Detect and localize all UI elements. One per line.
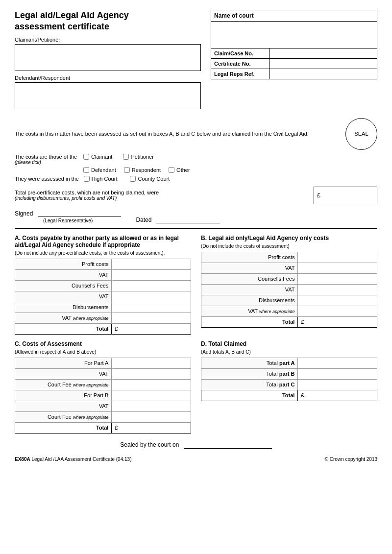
disbursements-value-a[interactable] <box>112 302 191 313</box>
table-row: VAT <box>15 401 191 411</box>
total-value-a[interactable]: £ <box>112 323 191 334</box>
total-row-c: Total £ <box>15 422 191 433</box>
disbursements-value-b[interactable] <box>298 295 377 306</box>
vat3-value-a[interactable] <box>112 313 191 323</box>
section-b-header: B. Legal aid only/Legal Aid Agency only … <box>201 235 377 241</box>
certificate-no-input[interactable] <box>270 59 377 69</box>
counsels-fees-value-b[interactable] <box>298 273 377 284</box>
for-part-b-value[interactable] <box>112 390 191 401</box>
total-value-c[interactable]: £ <box>112 422 191 433</box>
footer-ref: EX80A Legal Aid /LAA Assessment Certific… <box>15 457 131 462</box>
high-court-checkbox[interactable] <box>84 176 90 182</box>
total-label-c: Total <box>15 422 112 433</box>
vat3-value-b[interactable] <box>298 306 377 316</box>
pound-sign: £ <box>317 192 320 199</box>
signed-label: Signed <box>15 210 33 217</box>
total-part-a-label: Total part A <box>201 358 298 368</box>
vat3-label-a: VAT where appropriate <box>15 313 112 323</box>
vat1-label-c: VAT <box>15 368 112 379</box>
for-part-a-value[interactable] <box>112 358 191 368</box>
section-d-subtitle: (Add totals A, B and C) <box>201 349 377 355</box>
table-row: VAT <box>201 263 377 273</box>
other-checkbox[interactable] <box>169 167 174 173</box>
total-row-a: Total £ <box>15 323 191 334</box>
table-row: Counsel's Fees <box>15 280 191 291</box>
table-row: Profit costs <box>201 252 377 263</box>
dated-field[interactable] <box>156 216 220 223</box>
defendant-label: Defendant/Respondent <box>15 75 201 81</box>
legal-reps-ref-input[interactable] <box>270 69 377 79</box>
claim-case-no-input[interactable] <box>270 48 377 59</box>
dated-label: Dated <box>136 217 151 223</box>
vat2-value-b[interactable] <box>298 284 377 295</box>
for-part-b-label: For Part B <box>15 390 112 401</box>
total-part-b-value[interactable] <box>298 368 377 379</box>
section-c-table: For Part A VAT Court Fee where appropria… <box>15 358 191 434</box>
table-row: VAT where appropriate <box>15 313 191 323</box>
total-value-d[interactable]: £ <box>298 390 377 401</box>
total-value-b[interactable]: £ <box>298 316 377 327</box>
claimant-checkbox[interactable] <box>83 154 89 160</box>
table-row: VAT <box>201 284 377 295</box>
table-row: Total part C <box>201 379 377 390</box>
precert-label: Total pre-certificate costs, which are n… <box>15 190 314 195</box>
total-row-d: Total £ <box>201 390 377 401</box>
vat1-value-a[interactable] <box>112 269 191 280</box>
court-fee-b-value[interactable] <box>112 411 191 422</box>
vat1-label-b: VAT <box>201 263 298 273</box>
for-part-a-label: For Part A <box>15 358 112 368</box>
total-label-b: Total <box>201 316 298 327</box>
profit-costs-value-b[interactable] <box>298 252 377 263</box>
claim-case-no-label: Claim/Case No. <box>211 48 270 59</box>
vat1-value-c[interactable] <box>112 368 191 379</box>
vat3-label-b: VAT where appropriate <box>201 306 298 316</box>
table-row: Counsel's Fees <box>201 273 377 284</box>
court-fee-a-label: Court Fee where appropriate <box>15 379 112 390</box>
precert-amount[interactable]: £ <box>314 187 377 204</box>
sealed-text: Sealed by the court on <box>120 441 179 448</box>
court-fee-a-value[interactable] <box>112 379 191 390</box>
counsels-fees-label-b: Counsel's Fees <box>201 273 298 284</box>
total-part-c-label: Total part C <box>201 379 298 390</box>
vat2-value-c[interactable] <box>112 401 191 411</box>
vat1-value-b[interactable] <box>298 263 377 273</box>
table-row: Court Fee where appropriate <box>15 411 191 422</box>
total-label-d: Total <box>201 390 298 401</box>
claimant-checkbox-label: Claimant <box>91 154 112 160</box>
high-court-label: High Court <box>92 176 118 182</box>
signed-field[interactable] <box>38 209 121 217</box>
court-name-input[interactable] <box>211 22 377 48</box>
table-row: For Part A <box>15 358 191 368</box>
sealed-date-field[interactable] <box>184 441 272 449</box>
table-row: Disbursements <box>15 302 191 313</box>
defendant-checkbox[interactable] <box>83 167 89 173</box>
respondent-checkbox[interactable] <box>124 167 130 173</box>
total-part-a-value[interactable] <box>298 358 377 368</box>
section-c-header: C. Costs of Assessment <box>15 340 191 347</box>
profit-costs-label-a: Profit costs <box>15 259 112 269</box>
disbursements-label-b: Disbursements <box>201 295 298 306</box>
table-row: VAT where appropriate <box>201 306 377 316</box>
vat2-value-a[interactable] <box>112 291 191 302</box>
section-d-table: Total part A Total part B Total part C T… <box>201 358 377 401</box>
profit-costs-value-a[interactable] <box>112 259 191 269</box>
vat2-label-c: VAT <box>15 401 112 411</box>
county-court-label: County Court <box>138 176 170 182</box>
total-label-a: Total <box>15 323 112 334</box>
court-fee-b-label: Court Fee where appropriate <box>15 411 112 422</box>
total-row-b: Total £ <box>201 316 377 327</box>
section-a-table: Profit costs VAT Counsel's Fees VAT Disb… <box>15 259 191 335</box>
precert-sublabel: (including disbursements, profit costs a… <box>15 195 314 201</box>
table-row: VAT <box>15 269 191 280</box>
section-a-subtitle: (Do not include any pre-certificate cost… <box>15 250 191 256</box>
defendant-input[interactable] <box>15 82 201 109</box>
table-row: Total part A <box>201 358 377 368</box>
table-row: Total part B <box>201 368 377 379</box>
petitioner-checkbox[interactable] <box>123 154 129 160</box>
total-part-c-value[interactable] <box>298 379 377 390</box>
claimant-input[interactable] <box>15 44 201 71</box>
counsels-fees-value-a[interactable] <box>112 280 191 291</box>
assessed-label: They were assessed in the <box>15 176 79 182</box>
footer-copyright: © Crown copyright 2013 <box>325 457 377 462</box>
county-court-checkbox[interactable] <box>130 176 136 182</box>
